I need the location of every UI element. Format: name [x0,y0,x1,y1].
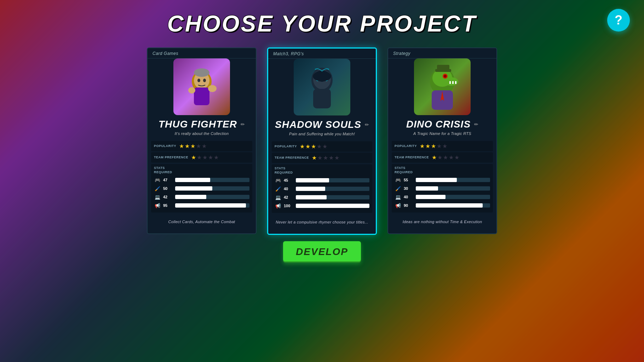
design-bg-shadow [296,178,369,182]
stat-bar-mkt-shadow: 📢 100 [275,202,369,209]
card-shadow-souls[interactable]: Match3, RPG's [267,47,377,235]
svg-point-6 [203,79,206,82]
mkt-bar-dino: 90 [404,203,490,208]
edit-icon-dino[interactable]: ✏ [474,121,478,127]
edit-icon-thug[interactable]: ✏ [241,121,245,127]
svg-point-20 [444,75,447,78]
svg-point-3 [208,85,217,92]
mkt-bg-thug [175,203,249,208]
code-bar-shadow: 42 [284,195,369,199]
stat-bar-design-shadow: 🎮 45 [275,177,369,184]
page-title: CHOOSE YOUR PROJECT [167,11,477,37]
design-val-shadow: 45 [284,178,294,182]
art-bg-dino [416,186,490,191]
dstar-2: ★ [425,143,430,149]
card-name-row-shadow: SHADOW SOULS ✏ [268,115,376,132]
card-name-shadow: SHADOW SOULS [275,119,361,130]
page-container: CHOOSE YOUR PROJECT ? Card Games [0,0,644,362]
mkt-icon-thug: 📢 [154,202,161,209]
ststar-3: ★ [323,154,328,161]
svg-rect-12 [313,89,331,108]
stats-section-thug: STATSREQUIRED 🎮 47 🖌️ 50 [151,164,252,213]
dtstar-3: ★ [443,154,448,161]
art-val-thug: 50 [163,186,173,191]
team-label-shadow: TEAM PREFERENCE [275,156,309,160]
mkt-bg-dino [416,203,490,208]
mkt-bg-shadow [296,204,369,208]
stats-section-shadow: STATSREQUIRED 🎮 45 🖌️ 40 [272,164,372,213]
svg-rect-16 [449,81,451,84]
star-5: ★ [202,143,207,149]
art-fill-shadow [296,187,325,191]
popularity-label-dino: POPULARITY [395,144,417,148]
card-dino-crisis[interactable]: Strategy [387,47,497,234]
card-description-shadow: Never let a compulsive rhymer choose you… [268,214,376,227]
mkt-icon-dino: 📢 [395,202,402,209]
design-bar-thug: 47 [163,178,249,182]
design-icon-thug: 🎮 [154,176,161,183]
code-fill-thug [175,195,206,199]
code-val-dino: 40 [404,195,414,199]
mkt-bar-shadow: 100 [284,204,369,208]
help-button[interactable]: ? [607,9,630,32]
design-fill-thug [175,178,210,182]
tstar-1: ★ [191,154,196,161]
stat-bar-code-dino: 💻 40 [395,193,490,200]
code-bg-dino [416,195,490,199]
code-bar-thug: 42 [163,195,249,199]
mkt-val-thug: 95 [163,203,173,208]
stats-header-shadow: STATSREQUIRED [275,166,369,175]
card-name-row-thug: THUG FIGHTER ✏ [148,115,256,131]
mkt-bar-thug: 95 [163,203,249,208]
code-val-thug: 42 [163,195,173,199]
tstar-5: ★ [214,154,219,161]
dtstar-5: ★ [454,154,459,161]
star-3: ★ [190,143,195,149]
popularity-row-dino: POPULARITY ★ ★ ★ ★ ★ [392,141,493,151]
design-bg-thug [175,178,249,182]
art-icon-thug: 🖌️ [154,185,161,192]
stat-bar-code-shadow: 💻 42 [275,194,369,201]
stat-bar-design-thug: 🎮 47 [154,176,249,183]
card-thug-fighter[interactable]: Card Games [147,47,257,234]
edit-icon-shadow[interactable]: ✏ [365,122,369,128]
art-val-dino: 30 [404,186,414,191]
team-label-dino: TEAM PREFERENCE [395,155,429,159]
team-label-thug: TEAM PREFERENCE [154,155,188,159]
dstar-3: ★ [431,143,436,149]
svg-rect-24 [437,65,449,70]
card-image-area-dino [388,58,496,115]
dtstar-4: ★ [449,154,454,161]
card-subtitle-shadow: Pain and Suffering while you Match! [268,132,376,140]
popularity-label-shadow: POPULARITY [275,145,297,148]
card-subtitle-thug: It's really about the Collection [148,131,256,140]
svg-rect-17 [452,81,454,84]
cards-container: Card Games [147,47,497,262]
design-icon-dino: 🎮 [395,176,402,183]
art-bg-thug [175,186,249,191]
stats-section-dino: STATSREQUIRED 🎮 55 🖌️ 30 [392,164,493,213]
dstar-5: ★ [442,143,447,149]
sstar-4: ★ [317,143,322,150]
mkt-fill-shadow [296,204,369,208]
art-icon-dino: 🖌️ [395,185,402,192]
develop-button[interactable]: DEVELOP [283,241,361,262]
code-bg-thug [175,195,249,199]
card-name-row-dino: DINO CRISIS ✏ [388,115,496,131]
code-bar-dino: 40 [404,195,490,199]
popularity-row-thug: POPULARITY ★ ★ ★ ★ ★ [151,141,252,151]
team-stars-shadow: ★ ★ ★ ★ ★ [312,154,339,161]
svg-point-7 [194,68,209,77]
design-val-dino: 55 [404,178,414,182]
art-icon-shadow: 🖌️ [275,185,282,192]
art-fill-dino [416,186,438,191]
team-stars-dino: ★ ★ ★ ★ ★ [432,154,459,161]
card-image-dino [414,58,471,115]
art-bg-shadow [296,187,369,191]
popularity-stars-thug: ★ ★ ★ ★ ★ [179,143,207,149]
svg-point-5 [197,79,200,82]
dtstar-2: ★ [437,154,442,161]
card-name-thug: THUG FIGHTER [159,119,237,130]
card-description-dino: Ideas are nothing without Time & Executi… [388,214,496,226]
card-image-area-shadow [268,59,376,115]
